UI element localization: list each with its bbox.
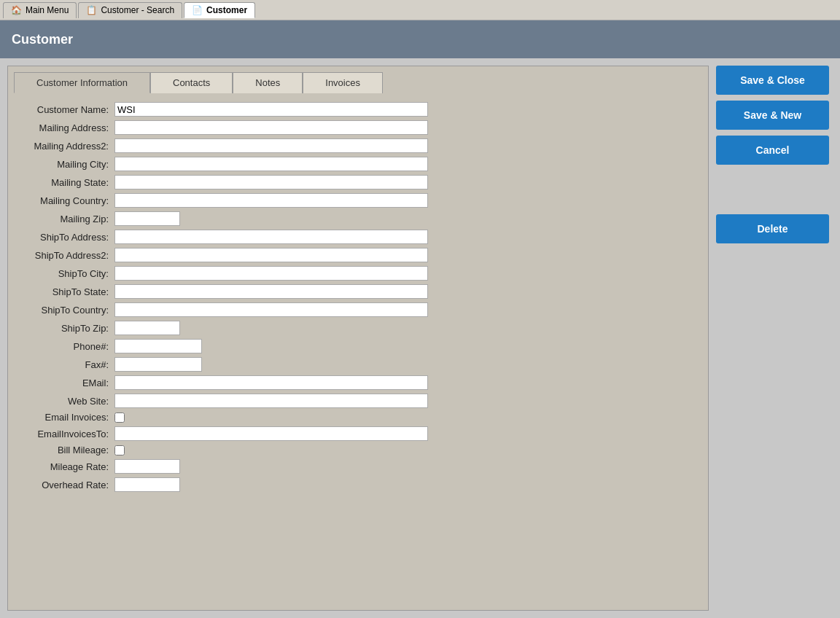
row-shipto-city: ShipTo City: <box>20 266 696 281</box>
input-shipto-city[interactable] <box>114 266 428 281</box>
cancel-button[interactable]: Cancel <box>716 136 829 165</box>
page-title: Customer <box>12 32 73 47</box>
tab-notes[interactable]: Notes <box>233 72 303 93</box>
row-shipto-address2: ShipTo Address2: <box>20 248 696 262</box>
label-website: Web Site: <box>20 396 114 407</box>
tab-bar: 🏠 Main Menu 📋 Customer - Search 📄 Custom… <box>0 0 840 20</box>
left-panel: Customer Information Contacts Notes Invo… <box>7 66 709 611</box>
label-mailing-address2: Mailing Address2: <box>20 141 114 152</box>
tab-invoices[interactable]: Invoices <box>303 72 383 93</box>
table-icon: 📋 <box>86 5 97 15</box>
row-customer-name: Customer Name: <box>20 102 696 117</box>
input-phone[interactable] <box>114 339 202 353</box>
input-website[interactable] <box>114 394 428 408</box>
label-shipto-address: ShipTo Address: <box>20 232 114 243</box>
label-overhead-rate: Overhead Rate: <box>20 480 114 490</box>
tab-customer-label: Customer <box>206 5 247 15</box>
row-email-invoices: Email Invoices: <box>20 412 696 423</box>
input-mailing-address2[interactable] <box>114 138 428 153</box>
save-close-label: Save & Close <box>740 74 805 86</box>
tab-invoices-label: Invoices <box>325 77 360 88</box>
input-mailing-country[interactable] <box>114 193 428 208</box>
row-email: EMail: <box>20 375 696 390</box>
tab-main-menu[interactable]: 🏠 Main Menu <box>3 2 77 18</box>
input-mailing-zip[interactable] <box>114 211 180 226</box>
input-mailing-state[interactable] <box>114 175 428 189</box>
delete-button[interactable]: Delete <box>716 214 829 243</box>
input-mailing-address[interactable] <box>114 120 428 135</box>
checkbox-bill-mileage[interactable] <box>114 445 125 455</box>
tab-contacts[interactable]: Contacts <box>150 72 233 93</box>
form-area: Customer Name: Mailing Address: Mailing … <box>8 93 708 610</box>
input-mileage-rate[interactable] <box>114 459 180 474</box>
label-shipto-zip: ShipTo Zip: <box>20 323 114 334</box>
label-shipto-address2: ShipTo Address2: <box>20 250 114 261</box>
row-website: Web Site: <box>20 394 696 408</box>
row-email-invoices-to: EmailInvoicesTo: <box>20 426 696 441</box>
label-mailing-state: Mailing State: <box>20 177 114 188</box>
right-panel: Save & Close Save & New Cancel Delete <box>716 66 833 611</box>
tab-notes-label: Notes <box>255 77 280 88</box>
tab-customer[interactable]: 📄 Customer <box>184 2 255 18</box>
row-shipto-address: ShipTo Address: <box>20 230 696 244</box>
checkbox-email-invoices[interactable] <box>114 412 125 423</box>
input-shipto-address2[interactable] <box>114 248 428 262</box>
label-phone: Phone#: <box>20 341 114 352</box>
input-email-invoices-to[interactable] <box>114 426 428 441</box>
delete-label: Delete <box>757 223 788 235</box>
input-shipto-zip[interactable] <box>114 321 180 335</box>
row-mailing-address2: Mailing Address2: <box>20 138 696 153</box>
row-phone: Phone#: <box>20 339 696 353</box>
row-shipto-country: ShipTo Country: <box>20 302 696 317</box>
row-mailing-city: Mailing City: <box>20 157 696 171</box>
label-mileage-rate: Mileage Rate: <box>20 461 114 472</box>
label-fax: Fax#: <box>20 359 114 370</box>
inner-tab-bar: Customer Information Contacts Notes Invo… <box>8 66 708 93</box>
main-layout: Customer Information Contacts Notes Invo… <box>0 58 840 618</box>
row-overhead-rate: Overhead Rate: <box>20 477 696 492</box>
label-shipto-state: ShipTo State: <box>20 286 114 297</box>
cancel-label: Cancel <box>756 144 790 156</box>
row-mailing-address: Mailing Address: <box>20 120 696 135</box>
row-shipto-state: ShipTo State: <box>20 284 696 299</box>
input-shipto-state[interactable] <box>114 284 428 299</box>
row-mileage-rate: Mileage Rate: <box>20 459 696 474</box>
label-shipto-country: ShipTo Country: <box>20 305 114 316</box>
label-bill-mileage: Bill Mileage: <box>20 445 114 455</box>
save-new-button[interactable]: Save & New <box>716 101 829 130</box>
row-shipto-zip: ShipTo Zip: <box>20 321 696 335</box>
tab-customer-information[interactable]: Customer Information <box>14 72 150 93</box>
tab-contacts-label: Contacts <box>173 77 210 88</box>
tab-customer-search[interactable]: 📋 Customer - Search <box>78 2 182 18</box>
tab-customer-search-label: Customer - Search <box>101 5 174 15</box>
input-shipto-address[interactable] <box>114 230 428 244</box>
input-shipto-country[interactable] <box>114 302 428 317</box>
label-mailing-country: Mailing Country: <box>20 195 114 206</box>
label-mailing-address: Mailing Address: <box>20 122 114 133</box>
label-mailing-city: Mailing City: <box>20 159 114 170</box>
input-fax[interactable] <box>114 357 202 372</box>
form-icon: 📄 <box>192 5 203 15</box>
title-bar: Customer <box>0 20 840 58</box>
label-email-invoices-to: EmailInvoicesTo: <box>20 429 114 439</box>
row-mailing-zip: Mailing Zip: <box>20 211 696 226</box>
tab-main-menu-label: Main Menu <box>26 5 69 15</box>
row-mailing-country: Mailing Country: <box>20 193 696 208</box>
row-bill-mileage: Bill Mileage: <box>20 445 696 455</box>
input-email[interactable] <box>114 375 428 390</box>
label-customer-name: Customer Name: <box>20 104 114 115</box>
input-overhead-rate[interactable] <box>114 477 180 492</box>
label-email-invoices: Email Invoices: <box>20 412 114 423</box>
label-mailing-zip: Mailing Zip: <box>20 214 114 224</box>
label-email: EMail: <box>20 378 114 388</box>
home-icon: 🏠 <box>11 5 22 15</box>
row-fax: Fax#: <box>20 357 696 372</box>
save-new-label: Save & New <box>744 109 801 121</box>
save-close-button[interactable]: Save & Close <box>716 66 829 95</box>
input-mailing-city[interactable] <box>114 157 428 171</box>
row-mailing-state: Mailing State: <box>20 175 696 189</box>
label-shipto-city: ShipTo City: <box>20 268 114 279</box>
input-customer-name[interactable] <box>114 102 428 117</box>
tab-customer-information-label: Customer Information <box>36 77 128 88</box>
